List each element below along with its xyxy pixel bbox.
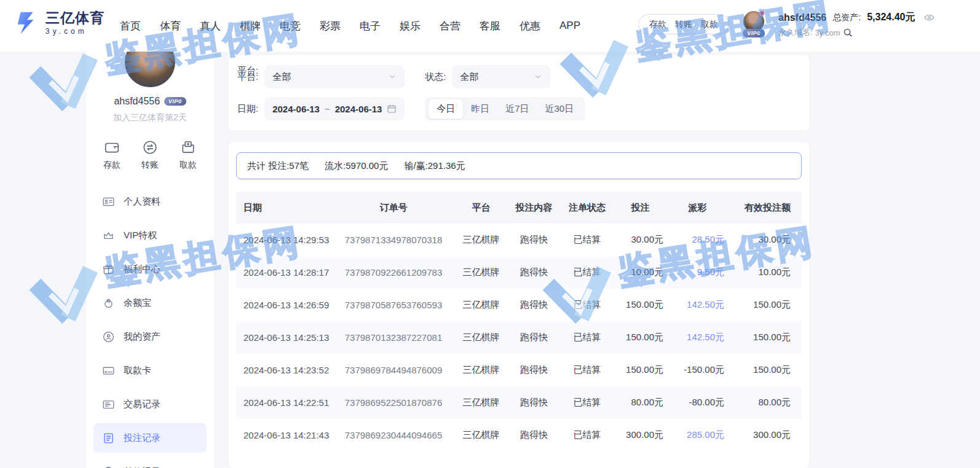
order-number: 7379869230444094665	[332, 430, 455, 440]
nav-item-lottery[interactable]: 彩票	[320, 19, 341, 33]
order-status: 已结算	[561, 299, 614, 311]
quick-range-last-7-days[interactable]: 近7日	[497, 99, 537, 119]
column-header: 注单状态	[561, 202, 614, 214]
bet-table: 日期订单号平台投注内容注单状态投注派彩有效投注额 2024-06-13 14:2…	[236, 192, 802, 451]
sidebar-item-withdraw-card[interactable]: 取款卡	[93, 356, 207, 385]
platform: 三亿棋牌	[455, 364, 507, 376]
sidebar-item-transaction-records[interactable]: 交易记录	[93, 389, 207, 419]
summary-bar: 共计 投注:57笔 流水:5970.00元 输/赢:291.36元	[236, 152, 802, 179]
sidebar-item-my-assets[interactable]: 我的资产	[93, 322, 207, 351]
bet-content: 跑得快	[507, 332, 561, 343]
payout: -80.00元	[667, 397, 732, 408]
quick-action-label: 取款	[180, 160, 197, 171]
platform: 三亿棋牌	[455, 429, 507, 441]
eye-icon[interactable]	[923, 13, 935, 22]
table-header: 日期订单号平台投注内容注单状态投注派彩有效投注额	[236, 192, 802, 224]
filter-card: 平台: 平台: 平台: 全部 状态: 全部 日期: 2024-06-13 ~ 2…	[229, 55, 809, 130]
assets-value: 5,324.40元	[867, 11, 915, 24]
column-header: 投注	[614, 202, 667, 214]
order-number: 7379869784494876009	[332, 365, 455, 375]
quick-action-withdraw[interactable]: 取款	[180, 139, 197, 171]
date: 2024-06-13 14:22:51	[236, 397, 332, 408]
bet-amount: 150.00元	[614, 299, 667, 311]
platform: 三亿棋牌	[455, 332, 507, 343]
nav-item-slots[interactable]: 电子	[360, 19, 381, 33]
sidebar-item-profile[interactable]: 个人资料	[93, 187, 207, 216]
nav-item-support[interactable]: 客服	[480, 19, 500, 33]
topbar-vip-badge: VIP0	[743, 29, 765, 37]
table-row: 2024-06-13 14:25:137379870132387227081三亿…	[236, 321, 802, 354]
bet-content: 跑得快	[507, 299, 561, 311]
platform: 三亿棋牌	[455, 397, 507, 408]
payout: -150.00元	[667, 364, 732, 376]
platform: 三亿棋牌	[455, 299, 507, 311]
date: 2024-06-13 14:29:53	[236, 235, 332, 245]
sidebar-item-bet-records[interactable]: 投注记录	[93, 423, 207, 453]
wallet-icon	[104, 139, 120, 155]
status-select[interactable]: 全部	[452, 65, 550, 88]
nav-item-home[interactable]: 首页	[120, 19, 141, 33]
quick-action-deposit[interactable]: 存款	[103, 139, 121, 171]
nav-item-app[interactable]: APP	[559, 20, 580, 32]
platform-select[interactable]: 全部	[264, 65, 405, 88]
assets-label: 总资产:	[832, 12, 861, 23]
pill-action-transfer[interactable]: 转账	[675, 19, 692, 30]
summary-turnover: 流水:5970.00元	[325, 160, 388, 172]
joined-days: 加入三亿体育第2天	[86, 112, 214, 123]
pill-action-deposit[interactable]: 存款	[649, 19, 666, 30]
id-card-icon	[102, 195, 115, 208]
sidebar-item-redeem-records[interactable]: 兑奖记录	[93, 457, 207, 468]
pill-action-withdraw[interactable]: 取款	[701, 19, 718, 30]
order-status: 已结算	[561, 267, 614, 278]
sidebar-item-label: 福利中心	[124, 263, 160, 275]
nav-item-promotions[interactable]: 优惠	[520, 19, 540, 33]
assets-icon	[102, 330, 115, 343]
sidebar-item-vip[interactable]: VIP特权	[93, 220, 207, 250]
sidebar-quick-actions: 存款转账取款	[86, 139, 214, 171]
quick-range-yesterday[interactable]: 昨日	[463, 99, 497, 119]
status-select-value: 全部	[460, 71, 478, 83]
bet-amount: 30.00元	[614, 234, 667, 246]
quick-pill: 存款转账取款	[638, 14, 729, 34]
table-rows: 2024-06-13 14:29:537379871334978070318三亿…	[236, 224, 802, 451]
date-range-input[interactable]: 2024-06-13 ~ 2024-06-13	[264, 97, 405, 120]
bet-amount: 150.00元	[614, 364, 667, 376]
date: 2024-06-13 14:26:59	[236, 300, 332, 310]
table-row: 2024-06-13 14:23:527379869784494876009三亿…	[236, 354, 802, 386]
sidebar-item-yuebao[interactable]: 余额宝	[93, 288, 207, 318]
summary-win-loss: 输/赢:291.36元	[404, 160, 465, 172]
nav-item-entertainment[interactable]: 娱乐	[400, 19, 421, 33]
chevron-down-icon	[534, 72, 542, 81]
sidebar-item-welfare-center[interactable]: 福利中心	[93, 254, 207, 284]
gift-icon	[102, 263, 115, 276]
valid-bet-amount: 30.00元	[732, 234, 799, 246]
nav-item-board-games[interactable]: 棋牌	[240, 19, 261, 33]
domain-value: 3y.com	[815, 28, 840, 37]
nav-item-live-casino[interactable]: 真人	[200, 19, 221, 33]
order-status: 已结算	[561, 429, 614, 441]
brand[interactable]: 三亿体育 3y.com	[14, 10, 105, 36]
valid-bet-amount: 150.00元	[732, 299, 799, 311]
nav-item-sports[interactable]: 体育	[160, 19, 181, 33]
chevron-down-icon	[388, 72, 397, 81]
order-status: 已结算	[561, 332, 614, 343]
quick-action-transfer[interactable]: 转账	[141, 139, 159, 171]
sidebar-item-label: VIP特权	[124, 230, 157, 241]
quick-range-group: 今日昨日近7日近30日	[425, 97, 585, 120]
nav-item-esports[interactable]: 电竞	[280, 19, 301, 33]
quick-range-last-30-days[interactable]: 近30日	[537, 99, 582, 119]
search-icon[interactable]	[843, 28, 853, 37]
quick-range-today[interactable]: 今日	[429, 99, 463, 119]
topbar: 三亿体育 3y.com 首页体育真人棋牌电竞彩票电子娱乐合营客服优惠APP 存款…	[0, 0, 980, 52]
valid-bet-amount: 150.00元	[732, 332, 799, 343]
brand-name: 三亿体育	[45, 11, 105, 25]
date-label: 日期:	[237, 103, 258, 115]
table-row: 2024-06-13 14:22:517379869522501870876三亿…	[236, 386, 802, 419]
transactions-icon	[102, 398, 115, 411]
column-header: 派彩	[667, 202, 732, 214]
valid-bet-amount: 10.00元	[732, 267, 799, 278]
table-row: 2024-06-13 14:28:177379870922661209783三亿…	[236, 256, 802, 289]
table-row: 2024-06-13 14:21:437379869230444094665三亿…	[236, 419, 802, 451]
sidebar-username: ahsfd4556	[114, 96, 160, 107]
nav-item-partnership[interactable]: 合营	[440, 19, 460, 33]
